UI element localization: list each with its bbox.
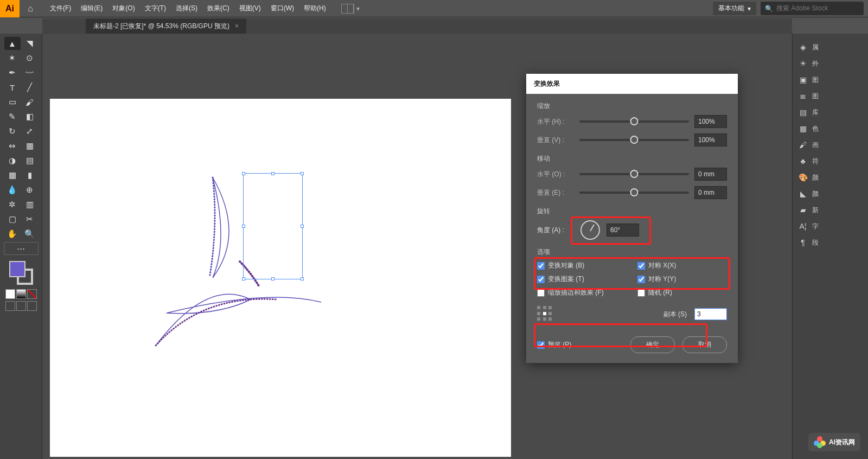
eraser-tool[interactable]: ◧ xyxy=(22,110,38,123)
gradient-tool[interactable]: ▮ xyxy=(22,169,38,182)
width-tool[interactable]: ⇔ xyxy=(4,139,21,152)
scale-v-value[interactable]: 100% xyxy=(694,133,727,146)
cube-icon: ◈ xyxy=(798,42,808,52)
panel-gradient[interactable]: ▰新 xyxy=(793,202,868,218)
panel-appearance[interactable]: ☀外 xyxy=(793,55,868,72)
panel-layers[interactable]: ≣图 xyxy=(793,88,868,104)
rectangle-tool[interactable]: ▭ xyxy=(4,95,21,109)
options-section: 选项 变换对象 (B) 对称 X(X) 变换图案 (T) 对称 Y(Y) 缩放描… xyxy=(537,247,727,322)
menu-object[interactable]: 对象(O) xyxy=(108,1,139,16)
perspective-tool[interactable]: ▤ xyxy=(22,154,38,167)
menu-edit[interactable]: 编辑(E) xyxy=(76,1,107,16)
watermark-text: AI资讯网 xyxy=(829,438,855,447)
gradient-mode[interactable] xyxy=(16,289,26,299)
slice-tool[interactable]: ✂ xyxy=(22,213,38,226)
fill-stroke-swatch[interactable] xyxy=(8,260,34,286)
mesh-tool[interactable]: ▩ xyxy=(4,169,21,182)
selection-bounds[interactable] xyxy=(243,173,303,279)
graph-tool[interactable]: ▥ xyxy=(22,198,38,211)
triangle-
icon: ◣ xyxy=(798,189,808,199)
move-h-value[interactable]: 0 mm xyxy=(694,168,727,181)
shape-builder-tool[interactable]: ◑ xyxy=(4,154,21,167)
scale-h-label: 水平 (H) : xyxy=(537,117,574,126)
move-v-label: 垂直 (E) : xyxy=(537,188,574,197)
menu-select[interactable]: 选择(S) xyxy=(171,1,202,16)
search-placeholder: 搜索 Adobe Stock xyxy=(776,4,828,13)
panel-symbols[interactable]: ♣符 xyxy=(793,153,868,169)
move-v-value[interactable]: 0 mm xyxy=(694,186,727,199)
direct-selection-tool[interactable]: ◥ xyxy=(22,37,38,50)
brush-tool[interactable]: 🖌 xyxy=(22,95,38,109)
free-transform-tool[interactable]: ▦ xyxy=(22,139,38,152)
move-title: 移动 xyxy=(537,154,727,163)
copies-label: 副本 (S) xyxy=(663,310,687,319)
curvature-tool[interactable]: 〰 xyxy=(22,66,38,79)
eyedropper-tool[interactable]: 💧 xyxy=(4,183,21,196)
chevron-down-icon[interactable]: ▾ xyxy=(356,5,360,12)
search-input[interactable]: 🔍 搜索 Adobe Stock xyxy=(761,2,864,15)
move-h-slider[interactable] xyxy=(579,173,689,175)
scale-v-label: 垂直 (V) : xyxy=(537,136,574,145)
document-tabs: 未标题-2 [已恢复]* @ 54.53% (RGB/GPU 预览) × xyxy=(42,18,792,34)
highlight-angle xyxy=(571,216,651,245)
close-icon[interactable]: × xyxy=(235,22,239,30)
rotate-tool[interactable]: ↻ xyxy=(4,125,21,138)
grid-icon: ▦ xyxy=(798,124,808,133)
pen-tool[interactable]: ✒ xyxy=(4,66,21,79)
panel-color[interactable]: 🎨颜 xyxy=(793,169,868,186)
move-v-slider[interactable] xyxy=(579,192,689,194)
scale-tool[interactable]: ⤢ xyxy=(22,125,38,138)
menu-help[interactable]: 帮助(H) xyxy=(299,1,330,16)
home-icon[interactable]: ⌂ xyxy=(20,4,41,14)
scale-h-value[interactable]: 100% xyxy=(694,115,727,128)
panel-swatches[interactable]: ▦色 xyxy=(793,120,868,137)
magic-wand-tool[interactable]: ✶ xyxy=(4,52,21,65)
panel-color-guide[interactable]: ◣颜 xyxy=(793,186,868,202)
menu-file[interactable]: 文件(F) xyxy=(46,1,75,16)
menu-effect[interactable]: 效果(C) xyxy=(203,1,234,16)
workspace-switcher[interactable]: 基本功能 ▾ xyxy=(713,2,756,15)
copies-input[interactable] xyxy=(694,308,727,320)
panel-graphic-styles[interactable]: ▣图 xyxy=(793,72,868,88)
type-tool[interactable]: T xyxy=(4,81,21,94)
hand-tool[interactable]: ✋ xyxy=(4,227,21,240)
menubar: Ai ⌂ 文件(F) 编辑(E) 对象(O) 文字(T) 选择(S) 效果(C)… xyxy=(0,0,868,17)
blend-tool[interactable]: ⊕ xyxy=(22,183,38,196)
panel-paragraph[interactable]: ¶段 xyxy=(793,234,868,251)
color-mode[interactable] xyxy=(5,289,15,299)
panel-libraries[interactable]: ▤库 xyxy=(793,104,868,120)
document-tab[interactable]: 未标题-2 [已恢复]* @ 54.53% (RGB/GPU 预览) × xyxy=(86,18,246,34)
arrange-documents-icon[interactable] xyxy=(341,4,354,14)
options-title: 选项 xyxy=(537,247,727,257)
selection-tool[interactable]: ▲ xyxy=(4,37,21,50)
menu-window[interactable]: 窗口(W) xyxy=(266,1,298,16)
shaper-tool[interactable]: ✎ xyxy=(4,110,21,123)
move-h-label: 水平 (O) : xyxy=(537,170,574,179)
draw-normal[interactable] xyxy=(5,301,15,311)
anchor-point-grid[interactable] xyxy=(537,306,553,322)
panel-character[interactable]: A¦字 xyxy=(793,218,868,234)
artboard-tool[interactable]: ▢ xyxy=(4,213,21,226)
workspace-label: 基本功能 xyxy=(718,4,744,13)
panel-properties[interactable]: ◈属 xyxy=(793,39,868,55)
scale-h-slider[interactable] xyxy=(579,120,689,123)
highlight-options xyxy=(534,257,730,290)
highlight-copies xyxy=(534,323,707,347)
book-icon: ▤ xyxy=(798,107,808,117)
menu-type[interactable]: 文字(T) xyxy=(141,1,170,16)
symbol-sprayer-tool[interactable]: ✲ xyxy=(4,198,21,211)
menu-view[interactable]: 视图(V) xyxy=(235,1,265,16)
none-mode[interactable] xyxy=(27,289,37,299)
fill-swatch[interactable] xyxy=(9,261,25,277)
edit-toolbar[interactable]: ⋯ xyxy=(4,242,39,255)
zoom-tool[interactable]: 🔍 xyxy=(22,227,38,240)
para-icon: ¶ xyxy=(798,238,808,247)
lasso-tool[interactable]: ⊙ xyxy=(22,52,38,65)
draw-behind[interactable] xyxy=(16,301,26,311)
scale-v-slider[interactable] xyxy=(579,139,689,141)
draw-inside[interactable] xyxy=(27,301,37,311)
rotate-title: 旋转 xyxy=(537,207,727,216)
tools-panel: ▲◥ ✶⊙ ✒〰 T╱ ▭🖌 ✎◧ ↻⤢ ⇔▦ ◑▤ ▩▮ 💧⊕ ✲▥ ▢✂ ✋… xyxy=(0,34,42,459)
panel-brushes[interactable]: 🖌画 xyxy=(793,137,868,153)
line-tool[interactable]: ╱ xyxy=(22,81,38,94)
